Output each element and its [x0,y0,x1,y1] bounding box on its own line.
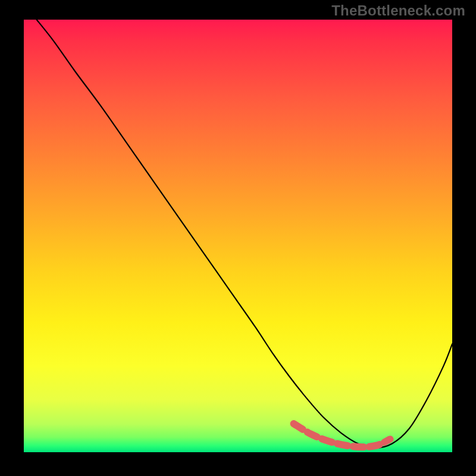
bottleneck-curve [37,20,452,448]
plot-area [24,20,452,452]
chart-frame: TheBottleneck.com [0,0,476,476]
watermark: TheBottleneck.com [331,2,465,19]
optimal-zone-marker [294,424,390,447]
curve-layer [24,20,452,452]
